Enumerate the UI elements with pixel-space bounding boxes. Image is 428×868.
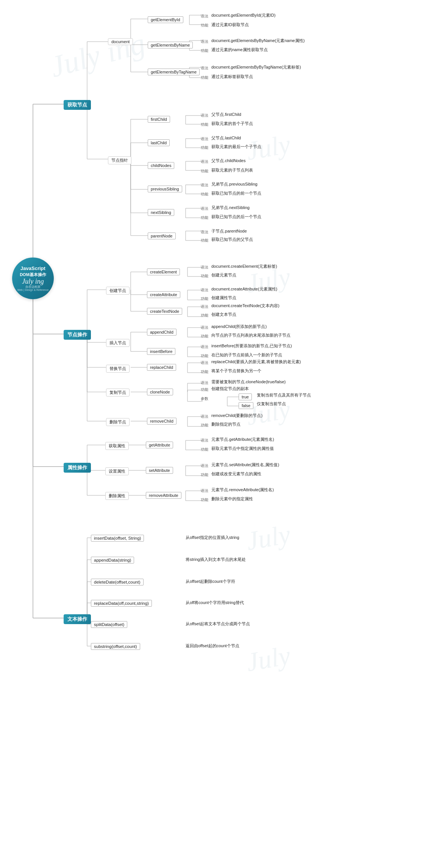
text-substring: 返回由offset起的count个节点 — [186, 643, 239, 649]
text-param-false: 仅复制当前节点 — [257, 401, 286, 407]
param-false: false — [239, 402, 253, 409]
text-replacedata: 从off将count个字符用string替代 — [186, 600, 244, 606]
text-appendchild-func: 向节点的子节点列表的末尾添加新的子节点 — [211, 333, 291, 338]
node-create: 创建节点 — [106, 287, 130, 295]
category-attr-ops: 属性操作 — [64, 463, 91, 473]
text-replacechild-func: 将某个子节点替换为另一个 — [211, 368, 261, 374]
text-getelementsbyname-syntax: document.getElementsByByName(元素name属性) — [211, 38, 305, 44]
label-syntax-ctn: 语法 — [201, 304, 208, 309]
node-pointer: 节点指针 — [108, 156, 131, 164]
node-document: document — [108, 38, 133, 45]
label-func-2: 功能 — [201, 48, 208, 53]
text-parentnode-func: 获取已知节点的父节点 — [211, 237, 253, 242]
node-replace: 替换节点 — [106, 365, 130, 373]
method-getattribute: getAttribute — [146, 442, 173, 448]
text-createelement-syntax: document.createElement(元素标签) — [211, 264, 277, 269]
node-insert: 插入节点 — [106, 339, 130, 347]
node-del-attr: 删除属性 — [105, 492, 129, 500]
method-parentnode: parentNode — [148, 233, 176, 239]
method-getelementsbytagname: getElementsByTagName — [148, 69, 200, 75]
text-param-true: 复制当前节点及其所有子节点 — [257, 392, 311, 398]
text-getelementsbytagname-syntax: document.getElementsByByTagName(元素标签) — [211, 64, 301, 70]
text-appenddata: 将string插入到文本节点的末尾处 — [186, 557, 246, 562]
method-substring: substring(offset,count) — [91, 643, 140, 650]
label-func-3: 功能 — [201, 75, 208, 80]
label-syntax-lc: 语法 — [201, 136, 208, 142]
method-insertbefore: insertBefore — [147, 348, 175, 355]
label-syntax-ib: 语法 — [201, 344, 208, 350]
text-removechild-func: 删除指定的节点 — [211, 422, 241, 427]
text-clonenode-syntax: 需要被复制的节点.cloneNode(true/false) — [211, 379, 286, 385]
root-node: JavaScript DOM基本操作 July ing 自在边框群 Web | … — [12, 258, 54, 299]
text-firstchild-func: 获取元素的首个子节点 — [211, 121, 253, 126]
method-getelementbyid: getElementById — [148, 16, 183, 23]
root-title2: DOM基本操作 — [20, 272, 46, 277]
text-replacechild-syntax: replaceChild(要插入的新元素,将被替换的老元素) — [211, 359, 301, 365]
label-func-fc: 功能 — [201, 122, 208, 127]
text-childnodes-func: 获取元素的子节点列表 — [211, 167, 253, 173]
label-func-sa: 功能 — [201, 472, 208, 478]
label-func-ps: 功能 — [201, 192, 208, 197]
category-text-ops: 文本操作 — [64, 614, 91, 624]
label-func-clone: 功能 — [201, 387, 208, 392]
label-syntax-fc: 语法 — [201, 113, 208, 118]
text-lastchild-func: 获取元素的最后一个子节点 — [211, 144, 261, 150]
label-syntax-ca: 语法 — [201, 287, 208, 293]
root-subtext: 自在边框群 — [25, 285, 41, 289]
node-set-attr: 设置属性 — [105, 467, 129, 475]
method-splitdata: splitData(offset) — [91, 621, 127, 628]
text-getattribute-func: 获取元素节点中指定属性的属性值 — [211, 446, 274, 451]
page-container: July ing July July July July July — [0, 0, 428, 868]
text-previoussibling-func: 获取已知节点的前一个节点 — [211, 190, 261, 196]
method-removeattribute: removeAttribute — [146, 492, 181, 499]
label-func-pn: 功能 — [201, 238, 208, 243]
text-nextsibling-func: 获取已知节点的后一个节点 — [211, 214, 261, 220]
text-splitdata: 从offset起将文本节点分成两个节点 — [186, 621, 250, 627]
method-setattribute: setAttribute — [146, 467, 173, 474]
root-logo: July ing — [22, 278, 44, 285]
text-removeattribute-syntax: 元素节点.removeAttribute(属性名) — [211, 487, 274, 493]
node-clone: 复制节点 — [106, 389, 130, 397]
text-appendchild-syntax: appendChild(所添加的新节点) — [211, 324, 267, 329]
label-func-ns: 功能 — [201, 215, 208, 220]
text-getattribute-syntax: 元素节点.getAttribute(元素属性名) — [211, 437, 274, 442]
category-get-node: 获取节点 — [64, 100, 91, 110]
label-func-rma: 功能 — [201, 497, 208, 503]
text-firstchild-syntax: 父节点.firstChild — [211, 112, 241, 117]
label-syntax-ac: 语法 — [201, 325, 208, 330]
text-createattribute-syntax: document.createAttribute(元素属性) — [211, 286, 277, 292]
label-syntax-ce: 语法 — [201, 265, 208, 270]
method-replacechild: replaceChild — [147, 364, 176, 371]
label-syntax-rma: 语法 — [201, 488, 208, 493]
label-param-clone: 参数 — [201, 396, 208, 401]
label-func-ctn: 功能 — [201, 313, 208, 318]
text-getelementbyid-syntax: document.getElementById(元素ID) — [211, 12, 275, 18]
method-childnodes: childNodes — [148, 162, 174, 169]
text-insertbefore-syntax: insertBefore(所要添加的新节点,已知子节点) — [211, 343, 292, 349]
label-syntax-3: 语法 — [201, 66, 208, 71]
text-clonenode-func: 创建指定节点的副本 — [211, 386, 249, 392]
text-getelementsbytagname-func: 通过元素标签获取节点 — [211, 74, 253, 80]
text-getelementsbyname-func: 通过元素的name属性获取节点 — [211, 47, 268, 53]
label-syntax-ps: 语法 — [201, 183, 208, 188]
method-nextsibling: nextSibling — [148, 209, 174, 216]
method-previoussibling: previousSibling — [148, 186, 182, 192]
text-createelement-func: 创建元素节点 — [211, 272, 236, 278]
text-getelementbyid-func: 通过元素ID获取节点 — [211, 22, 249, 28]
label-syntax-ga: 语法 — [201, 438, 208, 443]
label-syntax-ns: 语法 — [201, 206, 208, 211]
label-func-ca: 功能 — [201, 296, 208, 301]
label-syntax-sa: 语法 — [201, 463, 208, 468]
label-func-lc: 功能 — [201, 145, 208, 150]
method-clonenode: cloneNode — [147, 389, 173, 395]
text-previoussibling-syntax: 兄弟节点.previousSibling — [211, 181, 258, 187]
label-func-ga: 功能 — [201, 447, 208, 452]
label-syntax-2: 语法 — [201, 39, 208, 44]
label-func-ac: 功能 — [201, 334, 208, 339]
label-syntax-clone: 语法 — [201, 380, 208, 386]
method-appendchild: appendChild — [147, 329, 177, 336]
text-createtextnode-syntax: document.createTextNode(文本内容) — [211, 303, 280, 309]
label-func-cn: 功能 — [201, 169, 208, 174]
label-func-1: 功能 — [201, 23, 208, 28]
label-syntax-rmc: 语法 — [201, 414, 208, 419]
